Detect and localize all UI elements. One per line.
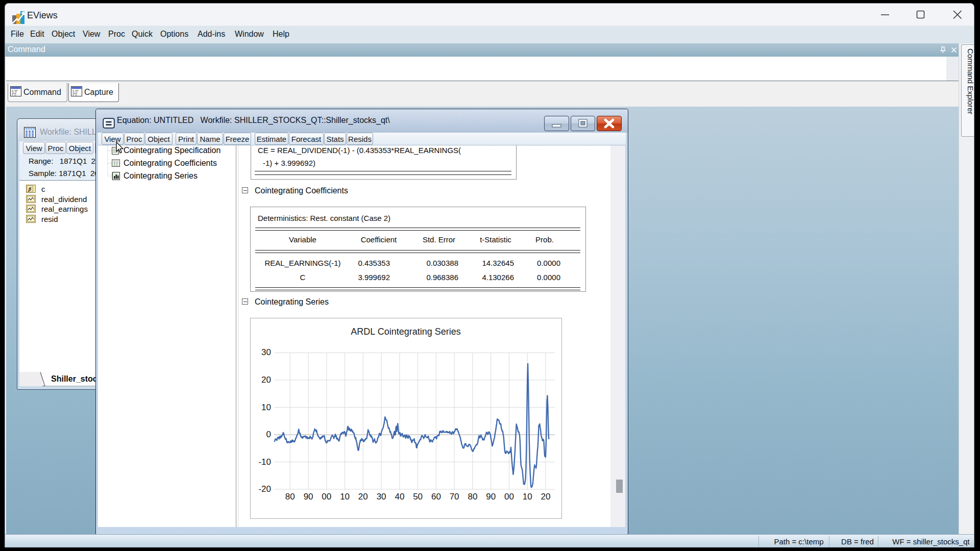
- svg-text:40: 40: [395, 492, 404, 502]
- svg-text:10: 10: [340, 492, 350, 502]
- svg-text:70: 70: [450, 492, 459, 502]
- svg-text:β: β: [28, 186, 32, 192]
- svg-text:90: 90: [486, 492, 496, 502]
- svg-text:20: 20: [541, 492, 550, 502]
- svg-text:20: 20: [261, 375, 271, 385]
- svg-text:ARDL Cointegrating Series: ARDL Cointegrating Series: [351, 327, 460, 337]
- svg-text:80: 80: [468, 492, 477, 502]
- svg-text:0: 0: [266, 430, 271, 439]
- svg-text:00: 00: [504, 492, 514, 502]
- svg-text:50: 50: [413, 492, 423, 502]
- svg-text:30: 30: [377, 492, 386, 502]
- svg-text:-10: -10: [258, 457, 271, 467]
- svg-text:80: 80: [285, 492, 295, 502]
- svg-text:60: 60: [431, 492, 441, 502]
- svg-text:90: 90: [304, 492, 313, 502]
- svg-text:10: 10: [261, 403, 271, 412]
- svg-text:20: 20: [358, 492, 368, 502]
- svg-text:30: 30: [261, 347, 271, 357]
- svg-text:-20: -20: [258, 484, 271, 494]
- svg-text:10: 10: [523, 492, 532, 502]
- svg-text:00: 00: [322, 492, 331, 502]
